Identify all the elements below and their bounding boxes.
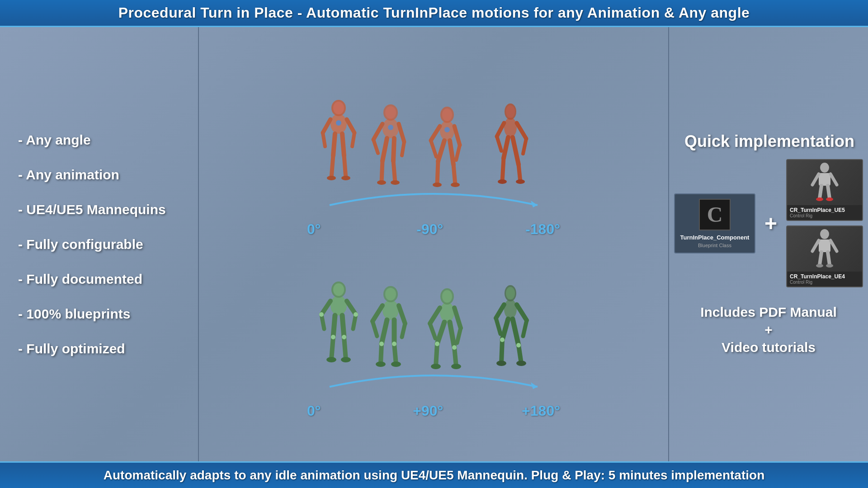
mannequin-ue4-label: CR_TurnInPlace_UE4 Control Rig bbox=[787, 272, 862, 286]
svg-line-32 bbox=[450, 141, 453, 164]
svg-line-5 bbox=[331, 155, 333, 178]
svg-line-79 bbox=[394, 344, 396, 364]
svg-rect-120 bbox=[819, 173, 830, 186]
svg-point-127 bbox=[820, 229, 829, 239]
svg-point-58 bbox=[333, 283, 344, 296]
svg-line-115 bbox=[523, 320, 527, 336]
top-angle-0: 0° bbox=[307, 221, 321, 238]
svg-line-85 bbox=[402, 324, 405, 337]
svg-point-63 bbox=[326, 357, 336, 362]
left-panel: - Any angle - Any animation - UE4/UE5 Ma… bbox=[0, 27, 199, 461]
svg-point-75 bbox=[385, 288, 396, 300]
svg-point-73 bbox=[382, 300, 399, 320]
svg-point-13 bbox=[336, 120, 341, 126]
svg-point-88 bbox=[440, 302, 454, 322]
svg-point-81 bbox=[391, 361, 401, 367]
top-figure-row: 0° -90° -180° bbox=[203, 70, 664, 238]
mannequin-ue5-type: Control Rig bbox=[790, 213, 859, 218]
svg-line-52 bbox=[517, 123, 526, 139]
svg-point-69 bbox=[331, 335, 335, 339]
svg-line-19 bbox=[382, 161, 382, 183]
svg-point-30 bbox=[442, 108, 452, 121]
svg-point-103 bbox=[504, 299, 517, 319]
svg-line-108 bbox=[501, 340, 502, 363]
svg-line-26 bbox=[402, 142, 404, 155]
svg-line-38 bbox=[454, 126, 460, 145]
svg-line-60 bbox=[342, 315, 344, 337]
green-figures-svg bbox=[307, 251, 560, 378]
top-banner-text: Procedural Turn in Place - Automatic Tur… bbox=[118, 5, 750, 21]
svg-line-37 bbox=[431, 126, 440, 141]
svg-line-10 bbox=[347, 119, 354, 133]
plus-sign-1: + bbox=[764, 211, 777, 236]
top-angle-180: -180° bbox=[525, 221, 560, 238]
svg-point-101 bbox=[435, 342, 439, 346]
mannequin-ue5-card: CR_TurnInPlace_UE5 Control Rig bbox=[786, 159, 863, 221]
svg-point-42 bbox=[504, 117, 517, 137]
blueprint-card-name: TurnInPlace_Component bbox=[680, 234, 750, 241]
svg-point-35 bbox=[433, 183, 442, 187]
svg-line-106 bbox=[502, 319, 508, 340]
svg-line-3 bbox=[333, 134, 335, 155]
svg-line-20 bbox=[393, 161, 395, 183]
svg-point-44 bbox=[506, 105, 515, 118]
svg-point-102 bbox=[452, 345, 457, 350]
red-figure-4 bbox=[497, 103, 526, 184]
svg-line-82 bbox=[373, 305, 382, 321]
svg-point-16 bbox=[385, 106, 396, 119]
svg-point-117 bbox=[516, 343, 521, 347]
svg-line-99 bbox=[430, 324, 435, 338]
svg-line-112 bbox=[496, 305, 504, 318]
bottom-arc-container bbox=[307, 373, 560, 400]
svg-point-21 bbox=[377, 180, 386, 185]
svg-line-66 bbox=[347, 301, 356, 314]
svg-point-111 bbox=[516, 361, 526, 366]
svg-line-93 bbox=[436, 344, 437, 366]
red-figure-1 bbox=[323, 100, 354, 180]
svg-point-126 bbox=[826, 197, 833, 201]
svg-point-49 bbox=[498, 179, 507, 184]
bottom-angle-180: +180° bbox=[522, 403, 560, 419]
svg-line-78 bbox=[381, 344, 382, 364]
green-figure-1 bbox=[319, 282, 358, 362]
green-figure-2 bbox=[373, 286, 405, 367]
mannequin-ue4-image bbox=[787, 226, 862, 272]
svg-point-22 bbox=[391, 180, 400, 185]
feature-any-animation: - Any animation bbox=[18, 167, 184, 182]
svg-point-116 bbox=[500, 338, 505, 342]
blueprint-component-card: C TurnInPlace_Component Blueprint Class bbox=[674, 193, 755, 253]
svg-point-119 bbox=[820, 163, 829, 173]
svg-line-98 bbox=[454, 308, 461, 328]
svg-point-7 bbox=[327, 176, 336, 180]
svg-line-62 bbox=[344, 337, 346, 360]
svg-line-9 bbox=[323, 119, 330, 133]
svg-point-70 bbox=[342, 335, 346, 339]
svg-line-94 bbox=[454, 347, 456, 366]
svg-line-109 bbox=[519, 345, 521, 363]
mannequin-ue5-name: CR_TurnInPlace_UE5 bbox=[790, 207, 859, 213]
quick-impl-title: Quick implementation bbox=[684, 132, 854, 150]
svg-line-97 bbox=[430, 308, 440, 324]
svg-line-40 bbox=[456, 145, 460, 160]
svg-line-92 bbox=[450, 322, 454, 347]
red-figures-container bbox=[307, 70, 560, 196]
svg-line-124 bbox=[828, 186, 830, 198]
svg-line-76 bbox=[382, 320, 387, 344]
svg-point-64 bbox=[341, 357, 351, 362]
svg-line-46 bbox=[513, 137, 519, 164]
svg-rect-128 bbox=[819, 239, 830, 252]
feature-mannequins: - UE4/UE5 Mannequins bbox=[18, 202, 184, 217]
bottom-angle-0: 0° bbox=[307, 403, 321, 419]
svg-point-90 bbox=[442, 290, 452, 303]
svg-line-121 bbox=[812, 174, 819, 185]
svg-point-133 bbox=[816, 264, 823, 267]
svg-line-107 bbox=[513, 319, 519, 345]
mannequin-cards: CR_TurnInPlace_UE5 Control Rig bbox=[786, 159, 863, 287]
svg-line-18 bbox=[393, 138, 394, 161]
svg-point-105 bbox=[506, 287, 515, 300]
svg-point-71 bbox=[319, 312, 324, 317]
top-banner: Procedural Turn in Place - Automatic Tur… bbox=[0, 0, 868, 27]
svg-line-132 bbox=[828, 252, 830, 265]
svg-line-54 bbox=[523, 139, 526, 154]
top-angle-90: -90° bbox=[416, 221, 443, 238]
